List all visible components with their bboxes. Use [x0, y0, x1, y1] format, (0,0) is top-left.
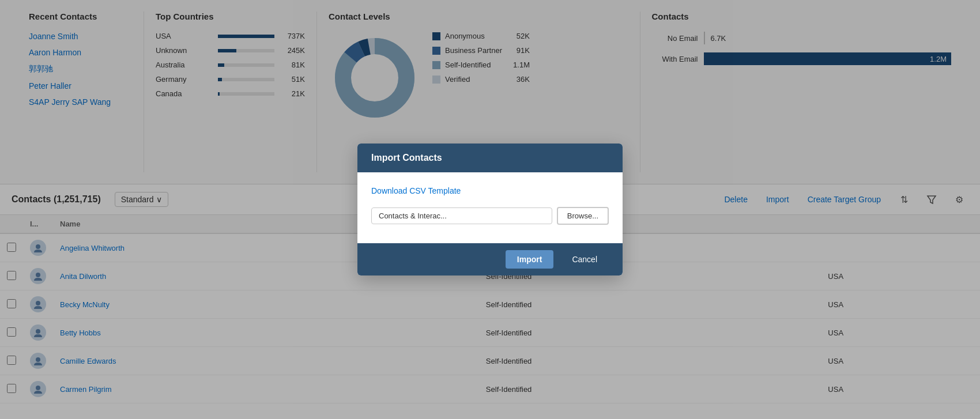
- modal-header: Import Contacts: [357, 144, 623, 172]
- import-contacts-modal: Import Contacts Download CSV Template Br…: [357, 144, 623, 275]
- modal-footer: Import Cancel: [357, 243, 623, 275]
- cancel-button[interactable]: Cancel: [560, 250, 609, 269]
- import-submit-button[interactable]: Import: [506, 250, 554, 269]
- browse-button[interactable]: Browse...: [557, 207, 609, 225]
- file-input-row: Browse...: [371, 207, 609, 225]
- download-csv-link[interactable]: Download CSV Template: [371, 186, 609, 195]
- modal-body: Download CSV Template Browse...: [357, 172, 623, 243]
- modal-backdrop: Import Contacts Download CSV Template Br…: [0, 0, 980, 419]
- file-type-input[interactable]: [371, 207, 552, 224]
- modal-title: Import Contacts: [371, 153, 442, 163]
